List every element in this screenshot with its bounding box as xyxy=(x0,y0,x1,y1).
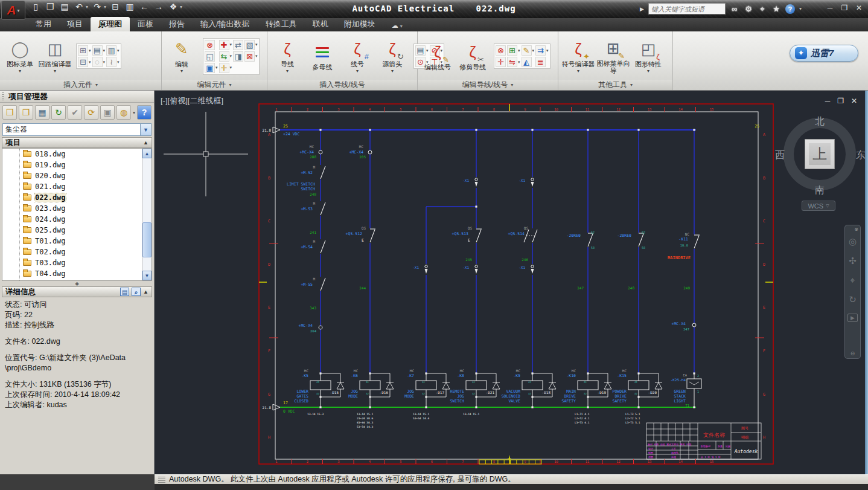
check-wire-icon[interactable]: ◭ xyxy=(522,57,532,67)
doc-close-button[interactable]: ✕ xyxy=(851,97,857,105)
ribbon-button-图标菜单[interactable]: ◯图标菜单▾ xyxy=(3,39,37,74)
ribbon-panel-title-2[interactable]: 插入导线/线号 xyxy=(267,80,418,90)
pm-new-button[interactable]: ❐ xyxy=(19,105,33,120)
copy-wire-number-icon[interactable]: ⇉ xyxy=(535,45,546,56)
chevron-down-icon[interactable]: ▾ xyxy=(518,48,520,53)
delete-wire-number-icon[interactable]: ⊗ xyxy=(496,45,506,56)
scroll-up-icon[interactable]: ▲ xyxy=(142,149,152,158)
details-header[interactable]: 详细信息 ▤ ⌕ ▲ xyxy=(2,286,152,297)
chevron-down-icon[interactable]: ▾ xyxy=(89,60,91,65)
reverse-flip-icon[interactable]: ▧ xyxy=(244,40,255,50)
ribbon-tab-3[interactable]: 面板 xyxy=(130,17,161,31)
communication-center-icon[interactable]: ⌖ xyxy=(758,4,767,14)
ribbon-tab-8[interactable]: 附加模块 xyxy=(336,17,383,31)
chevron-down-icon[interactable]: ▾ xyxy=(532,48,535,53)
viewport-controls[interactable]: [-][俯视][二维线框] xyxy=(161,95,223,106)
ribbon-button-编辑[interactable]: ✎编辑▾ xyxy=(165,39,199,74)
project-select-dropdown[interactable]: 集尘器 ▼ xyxy=(2,123,152,136)
file-item-022.dwg[interactable]: 022.dwg xyxy=(2,192,152,203)
steering-wheel-icon[interactable]: ◎ xyxy=(849,236,857,247)
back-icon[interactable]: ← xyxy=(139,2,150,11)
orbit-icon[interactable]: ↻ xyxy=(849,294,857,305)
preview-icon[interactable]: ⌕ xyxy=(132,288,141,296)
insert-plc-icon[interactable]: ⊟ xyxy=(78,57,88,67)
flip-wire-number-icon[interactable]: ⇋ xyxy=(507,57,517,67)
file-item-T01.dwg[interactable]: T01.dwg xyxy=(2,236,152,247)
navbar-close-icon[interactable]: ⊗ xyxy=(854,227,858,232)
pm-help-button[interactable]: ? xyxy=(137,105,152,120)
wire-type-icon[interactable]: ≣ xyxy=(535,57,546,67)
file-item-020.dwg[interactable]: 020.dwg xyxy=(2,170,152,181)
save-icon[interactable]: ▤ xyxy=(59,2,70,11)
chevron-down-icon[interactable]: ▾ xyxy=(89,48,91,53)
ribbon-button-回路编译器[interactable]: ◫回路编译器▾ xyxy=(38,39,72,74)
drawing-canvas[interactable]: [-][俯视][二维线框] ─ ❐ ✕ 11223344556677889910… xyxy=(155,91,868,474)
edit-attributes-icon[interactable]: ▣ xyxy=(205,63,215,73)
chevron-down-icon[interactable]: ▾ xyxy=(546,48,549,53)
project-tree-header[interactable]: 项目 ▲ xyxy=(2,137,152,148)
collapse-icon[interactable]: ▲ xyxy=(143,140,148,146)
viewcube-top-face[interactable]: 上 xyxy=(805,139,835,169)
help-dropdown-icon[interactable]: ▾ xyxy=(799,6,802,11)
ribbon-panel-title-4[interactable]: 其他工具▾ xyxy=(558,80,673,90)
retag-icon[interactable]: ◨ xyxy=(233,51,243,62)
tool-icon[interactable]: ❖ xyxy=(168,2,179,11)
ribbon-panel-title-3[interactable]: 编辑导线/线号▾ xyxy=(418,80,558,90)
zoom-icon[interactable]: ⌖ xyxy=(850,275,855,286)
scroll-down-icon[interactable]: ▼ xyxy=(142,271,152,280)
file-item-T03.dwg[interactable]: T03.dwg xyxy=(2,257,152,268)
undo-icon[interactable]: ↶ xyxy=(74,2,85,11)
file-item-025.dwg[interactable]: 025.dwg xyxy=(2,225,152,236)
file-item-024.dwg[interactable]: 024.dwg xyxy=(2,214,152,225)
pm-open-button[interactable]: ❒ xyxy=(2,105,17,120)
search-input[interactable] xyxy=(648,3,726,15)
schematic-drawing[interactable]: 1122334455667788991010111112121313141415… xyxy=(155,91,868,474)
insert-dashed-link-icon[interactable]: ◌ xyxy=(92,57,103,67)
doc-minimize-button[interactable]: ─ xyxy=(825,97,831,105)
search-icon[interactable]: ∞ xyxy=(730,4,739,13)
ribbon-button-编辑线号[interactable]: ζ✎编辑线号 xyxy=(421,42,455,71)
restore-button[interactable]: ❐ xyxy=(840,4,849,12)
pm-chart-button[interactable]: ▦ xyxy=(35,105,49,120)
scrollbar-thumb[interactable] xyxy=(142,222,152,257)
multiple-insert-icon[interactable]: ⊞ xyxy=(78,45,88,56)
fwd-icon[interactable]: → xyxy=(153,2,164,11)
chevron-down-icon[interactable]: ▾ xyxy=(86,4,88,10)
tree-scrollbar[interactable]: ▲ ▼ xyxy=(142,149,152,280)
thunder-download-button[interactable]: ✦ 迅雷7 xyxy=(790,45,858,62)
viewcube-south-label[interactable]: 南 xyxy=(815,184,825,197)
ribbon-button-多母线[interactable]: 多母线 xyxy=(305,42,339,71)
chevron-down-icon[interactable]: ▾ xyxy=(518,60,520,65)
chevron-down-icon[interactable]: ▾ xyxy=(230,42,232,47)
details-view-icon[interactable]: ▤ xyxy=(120,288,129,296)
viewcube-west-label[interactable]: 西 xyxy=(775,149,785,162)
ribbon-tab-7[interactable]: 联机 xyxy=(305,17,336,31)
chevron-down-icon[interactable]: ▾ xyxy=(230,54,232,59)
palette-splitter[interactable]: ◆ xyxy=(0,281,154,286)
application-menu-button[interactable]: A ▾ xyxy=(1,1,25,20)
viewcube[interactable]: 上 北 西 东 南 xyxy=(783,118,856,190)
cloud-icon[interactable]: ☁ xyxy=(392,22,398,29)
ribbon-tab-0[interactable]: 常用 xyxy=(28,17,59,31)
viewcube-north-label[interactable]: 北 xyxy=(815,115,825,128)
edit-wire-icon[interactable]: ✎ xyxy=(522,45,532,56)
ladder-add-rung-icon[interactable]: ⊞ xyxy=(507,45,517,56)
chevron-down-icon[interactable]: ▾ xyxy=(215,65,218,70)
file-item-T04.dwg[interactable]: T04.dwg xyxy=(2,268,152,279)
sheet-icon[interactable]: ▥ xyxy=(124,2,135,11)
chevron-down-icon[interactable]: ▾ xyxy=(103,60,106,65)
scoot-icon[interactable]: ✚ xyxy=(219,40,229,50)
ribbon-button-图形特性[interactable]: ◰ζ图形特性▾ xyxy=(631,39,665,74)
ribbon-tab-5[interactable]: 输入/输出数据 xyxy=(193,17,258,31)
subscription-center-icon[interactable]: ⚙ xyxy=(744,4,753,13)
close-button[interactable]: ✕ xyxy=(855,4,863,12)
swap-update-icon[interactable]: ⇆ xyxy=(219,51,229,62)
insert-panel-list-icon[interactable]: ▤ xyxy=(92,45,103,56)
chevron-down-icon[interactable]: ▾ xyxy=(104,4,106,10)
ribbon-panel-title-1[interactable]: 编辑元件▾ xyxy=(162,80,267,90)
chevron-down-icon[interactable]: ▼ xyxy=(140,124,151,135)
ribbon-tab-2[interactable]: 原理图 xyxy=(91,17,130,31)
new-icon[interactable]: ▯ xyxy=(30,2,41,11)
file-item-018.dwg[interactable]: 018.dwg xyxy=(2,149,152,160)
collapse-icon[interactable]: ▲ xyxy=(143,289,148,295)
